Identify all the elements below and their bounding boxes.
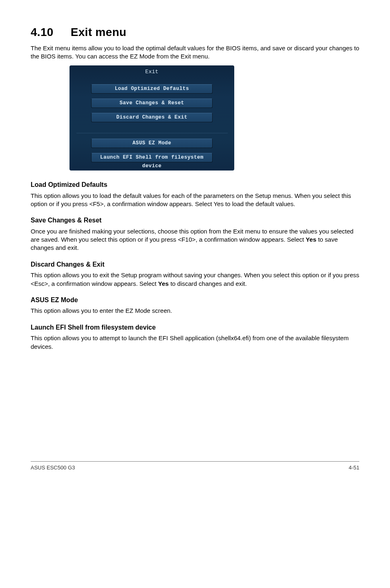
body-save-reset-bold: Yes bbox=[306, 236, 316, 243]
body-discard-exit-bold: Yes bbox=[158, 280, 169, 287]
heading-discard-exit: Discard Changes & Exit bbox=[31, 260, 359, 269]
bios-save-reset-button: Save Changes & Reset bbox=[91, 99, 213, 108]
page-title: 4.10Exit menu bbox=[31, 25, 359, 40]
intro-paragraph: The Exit menu items allow you to load th… bbox=[31, 44, 359, 61]
section-title-text: Exit menu bbox=[71, 26, 127, 38]
body-discard-exit: This option allows you to exit the Setup… bbox=[31, 271, 359, 288]
heading-load-defaults: Load Optimized Defaults bbox=[31, 180, 359, 189]
footer-right: 4-51 bbox=[349, 464, 359, 471]
heading-launch-efi: Launch EFI Shell from filesystem device bbox=[31, 323, 359, 332]
bios-launch-efi-button: Launch EFI Shell from filesystem device bbox=[91, 153, 213, 162]
body-save-reset-pre: Once you are finished making your select… bbox=[31, 228, 354, 243]
heading-ez-mode: ASUS EZ Mode bbox=[31, 296, 359, 305]
bios-exit-screenshot: Exit Load Optimized Defaults Save Change… bbox=[69, 65, 234, 171]
page-footer: ASUS ESC500 G3 4-51 bbox=[31, 461, 359, 471]
body-ez-mode: This option allows you to enter the EZ M… bbox=[31, 307, 359, 315]
body-load-defaults: This option allows you to load the defau… bbox=[31, 192, 359, 209]
body-launch-efi: This option allows you to attempt to lau… bbox=[31, 334, 359, 351]
section-number: 4.10 bbox=[31, 25, 54, 40]
bios-header: Exit bbox=[69, 65, 234, 80]
bios-divider bbox=[76, 133, 228, 133]
body-discard-exit-post: to discard changes and exit. bbox=[169, 280, 247, 287]
bios-ez-mode-button: ASUS EZ Mode bbox=[91, 139, 213, 148]
footer-left: ASUS ESC500 G3 bbox=[31, 464, 75, 471]
bios-discard-exit-button: Discard Changes & Exit bbox=[91, 113, 213, 122]
body-save-reset: Once you are finished making your select… bbox=[31, 227, 359, 252]
heading-save-reset: Save Changes & Reset bbox=[31, 216, 359, 225]
bios-load-defaults-button: Load Optimized Defaults bbox=[91, 84, 213, 94]
